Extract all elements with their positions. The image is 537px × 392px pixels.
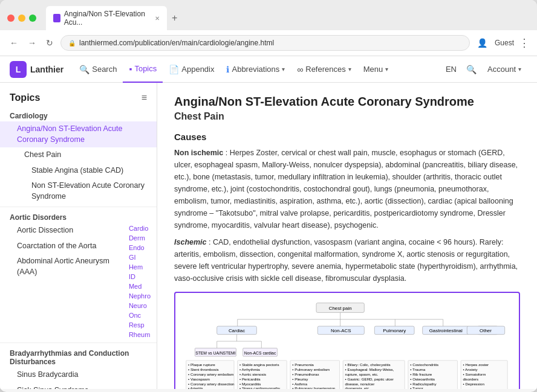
search-icon: 🔍 <box>79 65 90 74</box>
sidebar-item-aaa[interactable]: Abdominal Aortic Aneurysm (AAA) <box>0 254 123 280</box>
causes-heading: Causes <box>174 132 520 142</box>
sidebar-item-stable-angina[interactable]: Stable Angina (stable CAD) <box>0 163 157 179</box>
sidebar-item-nste-acs[interactable]: Non ST-Elevation Acute Coronary Syndrome <box>0 178 157 204</box>
svg-text:• Pulmonary hypertension: • Pulmonary hypertension <box>292 386 336 389</box>
svg-text:Cardiac: Cardiac <box>229 328 245 333</box>
logo-text: Lanthier <box>30 65 63 74</box>
specialty-tag-rheum[interactable]: Rheum <box>128 330 152 339</box>
nav-search[interactable]: 🔍 Search <box>73 56 123 83</box>
non-ischemic-paragraph: Non ischemic : Herpes Zoster, cervical o… <box>174 147 520 231</box>
browser-title-bar: Angina/Non ST-Elevation Acu... ✕ + <box>0 0 537 30</box>
specialty-tag-nephro[interactable]: Nephro <box>128 292 152 300</box>
back-button[interactable]: ← <box>7 37 21 49</box>
svg-text:Non-ACS cardiac: Non-ACS cardiac <box>244 351 276 355</box>
svg-text:disorders: disorders <box>463 377 479 381</box>
page-title: Angina/Non ST-Elevation Acute Coronary S… <box>174 95 520 109</box>
svg-text:• Anxiety: • Anxiety <box>463 367 478 371</box>
sidebar-title: Topics <box>10 92 40 103</box>
svg-text:• Aortic stenosis: • Aortic stenosis <box>239 372 266 376</box>
appendix-icon: 📄 <box>169 65 179 74</box>
nav-topics[interactable]: ▪️ Topics <box>123 56 163 83</box>
nav-references-label: References <box>305 65 345 74</box>
specialty-tag-endo[interactable]: Endo <box>128 243 152 252</box>
more-menu-button[interactable]: ⋮ <box>519 36 530 50</box>
specialty-tag-cardio[interactable]: Cardio <box>128 224 152 233</box>
main-layout: Topics ≡ Cardiology Angina/Non ST-Elevat… <box>0 83 537 389</box>
svg-text:• Arteritis: • Arteritis <box>188 386 203 389</box>
svg-text:• Coronary artery dissection: • Coronary artery dissection <box>188 382 235 386</box>
svg-text:Non-ACS: Non-ACS <box>331 328 351 333</box>
specialty-tag-gi[interactable]: GI <box>128 253 152 262</box>
references-chevron-icon: ▾ <box>348 66 351 72</box>
close-button[interactable] <box>7 14 15 22</box>
svg-text:• Pleurisy: • Pleurisy <box>292 377 308 381</box>
nav-topics-label: Topics <box>134 64 157 73</box>
magnifier-icon[interactable]: 🔍 <box>461 65 481 74</box>
specialty-tag-hem[interactable]: Hem <box>128 263 152 271</box>
new-tab-button[interactable]: + <box>169 10 180 26</box>
svg-text:Pulmonary: Pulmonary <box>383 328 406 333</box>
specialty-tag-resp[interactable]: Resp <box>128 321 152 329</box>
nav-menu-label: Menu <box>363 65 383 74</box>
specialty-tag-derm[interactable]: Derm <box>128 234 152 242</box>
specialty-tag-neuro[interactable]: Neuro <box>128 301 152 310</box>
specialty-tag-onc[interactable]: Onc <box>128 311 152 320</box>
ischemic-label: Ischemic <box>174 238 207 246</box>
svg-text:• Pulmonary embolism: • Pulmonary embolism <box>292 367 330 371</box>
nav-abbreviations[interactable]: ℹ Abbreviations ▾ <box>220 56 291 83</box>
ischemic-paragraph: Ischemic : CAD, endothelial dysfunction,… <box>174 236 520 284</box>
nav-references[interactable]: ∞ References ▾ <box>291 56 357 83</box>
tab-favicon <box>53 14 60 22</box>
svg-text:• Stress cardiomyopathy: • Stress cardiomyopathy <box>239 386 281 389</box>
sidebar-menu-icon[interactable]: ≡ <box>142 92 147 103</box>
svg-text:• Biliary: Colic, cholecystiti: • Biliary: Colic, cholecystitis <box>345 362 391 367</box>
topics-icon: ▪️ <box>129 64 132 74</box>
sidebar-item-aortic-dissection[interactable]: Aortic Dissection <box>0 223 123 239</box>
svg-text:• Plaque rupture: • Plaque rupture <box>188 362 215 367</box>
svg-text:• Arrhythmia: • Arrhythmia <box>239 367 260 371</box>
nav-appendix-label: Appendix <box>181 65 214 74</box>
menu-chevron-icon: ▾ <box>385 66 388 72</box>
guest-label: Guest <box>495 39 514 47</box>
nav-account[interactable]: Account ▾ <box>481 56 527 83</box>
svg-text:disease, nonulcer: disease, nonulcer <box>345 382 375 386</box>
account-chevron-icon: ▾ <box>518 66 521 72</box>
sidebar-item-angina[interactable]: Angina/Non ST-Elevation Acute Coronary S… <box>0 121 157 147</box>
nav-menu[interactable]: Menu ▾ <box>357 56 395 83</box>
sidebar-item-sick-sinus[interactable]: Sick Sinus Syndrome <box>0 383 157 390</box>
nav-lang[interactable]: EN <box>441 65 461 74</box>
tab-close-button[interactable]: ✕ <box>155 15 160 22</box>
reload-button[interactable]: ↻ <box>44 37 56 49</box>
browser-window: Angina/Non ST-Elevation Acu... ✕ + ← → ↻… <box>0 0 537 392</box>
app-nav: L Lanthier 🔍 Search ▪️ Topics 📄 Appendix… <box>0 56 537 83</box>
sidebar-section-aortic: Aortic Disorders <box>0 210 157 223</box>
chest-pain-diagram: Chest pain Cardiac Non-ACS <box>174 292 520 389</box>
svg-text:Other: Other <box>480 328 492 333</box>
svg-text:• Stable angina pectoris: • Stable angina pectoris <box>239 362 279 367</box>
browser-toolbar: ← → ↻ 🔒 lanthiermed.com/publication/en/m… <box>0 30 537 56</box>
abbreviations-chevron-icon: ▾ <box>282 66 285 72</box>
svg-text:Chest pain: Chest pain <box>329 306 352 311</box>
forward-button[interactable]: → <box>25 37 39 49</box>
svg-text:• Tumor: • Tumor <box>410 386 423 389</box>
specialty-tag-id[interactable]: ID <box>128 272 152 281</box>
specialty-tag-med[interactable]: Med <box>128 282 152 291</box>
svg-text:rupture, spasm, etc.: rupture, spasm, etc. <box>345 372 379 376</box>
sidebar-item-chest-pain[interactable]: Chest Pain <box>0 147 157 163</box>
address-bar[interactable]: 🔒 lanthiermed.com/publication/en/main/ca… <box>60 35 470 51</box>
maximize-button[interactable] <box>29 14 36 22</box>
active-tab[interactable]: Angina/Non ST-Elevation Acu... ✕ <box>46 6 167 30</box>
sidebar-item-sinus-brady[interactable]: Sinus Bradycardia <box>0 367 157 383</box>
sidebar-section-cardiology: Cardiology <box>0 108 157 121</box>
user-icon[interactable]: 👤 <box>475 37 490 49</box>
tab-bar: Angina/Non ST-Elevation Acu... ✕ + <box>46 6 530 30</box>
minimize-button[interactable] <box>18 14 25 22</box>
svg-text:• Costochondritis: • Costochondritis <box>410 362 438 367</box>
nav-abbreviations-label: Abbreviations <box>232 65 279 74</box>
svg-text:• Coronary artery embolism: • Coronary artery embolism <box>188 372 233 376</box>
non-ischemic-text: : Herpes Zoster, cervical or chest wall … <box>174 149 518 230</box>
nav-appendix[interactable]: 📄 Appendix <box>163 56 220 83</box>
sidebar: Topics ≡ Cardiology Angina/Non ST-Elevat… <box>0 83 157 389</box>
sidebar-divider-2 <box>0 342 157 343</box>
sidebar-item-coarctation[interactable]: Coarctation of the Aorta <box>0 239 123 254</box>
